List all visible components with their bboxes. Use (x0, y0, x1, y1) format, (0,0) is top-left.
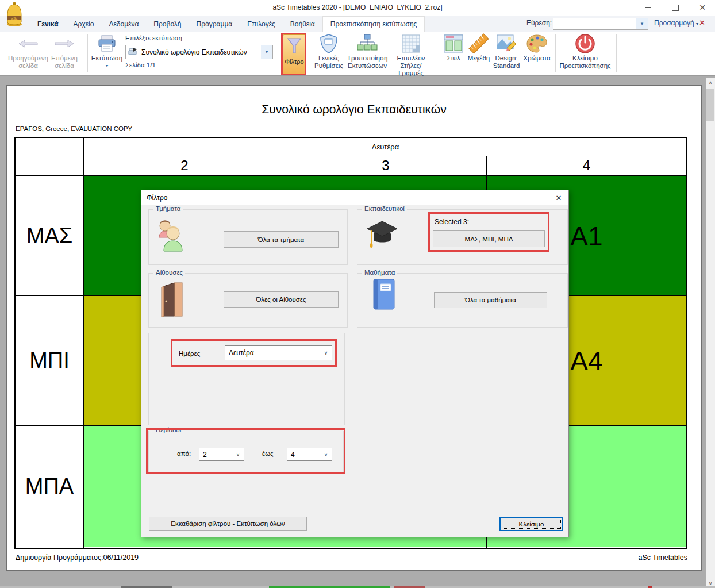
maximize-button[interactable] (666, 0, 685, 15)
print-button[interactable]: Εκτύπωση ▾ (90, 33, 124, 70)
filter-dialog: Φίλτρο ✕ Τμήματα Όλα τα τμήματα Εκπαιδευ… (141, 190, 569, 537)
day-header: Δευτέρα (84, 138, 686, 156)
chevron-down-icon: ∨ (232, 452, 244, 458)
chevron-down-icon: ∨ (320, 350, 332, 356)
days-combobox[interactable]: Δευτέρα ∨ (225, 345, 332, 360)
teacher-row-label: ΜΠΑ (16, 426, 83, 547)
funnel-icon (283, 37, 305, 57)
period-header: 3 (285, 156, 486, 175)
combo-dropdown-icon[interactable]: ▾ (261, 45, 272, 59)
document-title: Συνολικό ωρολόγιο Εκπαιδευτικών (7, 102, 701, 116)
power-icon (556, 33, 614, 55)
selected-teachers-button[interactable]: ΜΑΣ, ΜΠΙ, ΜΠΑ (433, 230, 545, 247)
teacher-row-label: ΜΠΙ (16, 296, 83, 425)
search-dropdown-icon[interactable]: ▾ (636, 18, 648, 29)
menu-genika[interactable]: Γενικά (30, 17, 66, 32)
menu-epiloges[interactable]: Επιλογές (240, 17, 283, 32)
search-input[interactable]: ▾ (553, 18, 648, 30)
dialog-title-bar: Φίλτρο ✕ (141, 190, 568, 205)
select-print-label: Επιλέξτε εκτύπωση (125, 34, 182, 41)
all-subjects-button[interactable]: Όλα τα μαθήματα (434, 292, 547, 308)
period-to-combobox[interactable]: 4 ∨ (287, 448, 332, 461)
title-bar: aSc Timetables 2020 - [DEMO_ENIAIO_LYKEI… (0, 0, 715, 16)
dialog-close-button[interactable]: ✕ (551, 191, 567, 204)
scroll-up-icon[interactable]: ∧ (706, 78, 715, 87)
footer-creation-date: Δημιουργία Προγράμματος:06/11/2019 (16, 554, 139, 562)
taskbar-edge (0, 586, 715, 588)
menu-voitheia[interactable]: Βοήθεια (283, 17, 322, 32)
period-from-combobox[interactable]: 2 ∨ (199, 448, 244, 461)
close-button[interactable]: ✕ (693, 0, 712, 15)
style-button[interactable]: Στυλ (441, 33, 466, 62)
evaluation-watermark: EPAFOS, Greece, EVALUATION COPY (16, 125, 132, 132)
all-rooms-button[interactable]: Όλες οι Αίθουσες (224, 291, 339, 308)
period-header: 4 (487, 156, 686, 175)
arrow-right-icon (46, 33, 83, 55)
menu-arxeio[interactable]: Αρχείο (66, 17, 102, 32)
minimize-button[interactable] (638, 0, 658, 15)
subjects-group-label: Μαθήματα (362, 269, 397, 276)
shield-icon (310, 33, 347, 55)
ribbon-separator (616, 34, 617, 72)
ribbon-separator (437, 34, 437, 72)
grid-icon (389, 33, 433, 55)
rooms-group-label: Αίθουσες (153, 269, 185, 276)
tab-print-preview[interactable]: Προεπισκόπηση εκτύπωσης (322, 16, 425, 32)
menu-row: ΓενικάΑρχείοΔεδομέναΠροβολήΠρόγραμμαΕπιλ… (0, 16, 715, 32)
svg-text:aSc: aSc (11, 17, 17, 20)
filter-button[interactable]: Φίλτρο (283, 34, 306, 75)
scrollbar-thumb[interactable] (706, 89, 714, 121)
printer-icon (90, 33, 124, 55)
customize-menu[interactable]: Προσαρμογή ▾ (654, 19, 698, 27)
menu-provoli[interactable]: Προβολή (146, 17, 189, 32)
extra-columns-rows-button[interactable]: Επιπλέον Στήλες/Γραμμές (389, 33, 433, 77)
print-type-icon (126, 47, 138, 57)
ribbon-separator (555, 34, 556, 72)
all-classes-button[interactable]: Όλα τα τμήματα (224, 231, 339, 248)
period-header: 2 (84, 156, 285, 175)
org-chart-icon (347, 33, 387, 55)
minimize-icon (645, 7, 651, 8)
classes-groupbox: Τμήματα Όλα τα τμήματα (148, 209, 348, 265)
design-button[interactable]: Design: Standard (492, 33, 521, 70)
footer-app-name: aSc Timetables (639, 554, 687, 562)
modify-prints-button[interactable]: Τροποποίηση Εκτυπώσεων (347, 33, 387, 70)
general-settings-button[interactable]: Γενικές Ρυθμίσεις (310, 33, 347, 70)
palette-icon (521, 33, 553, 55)
colors-button[interactable]: Χρώματα (521, 33, 553, 62)
two-people-icon (153, 218, 187, 255)
customize-close-icon[interactable]: ✕ (699, 18, 705, 27)
periods-group-label: Περίοδοι (153, 426, 183, 433)
teacher-row-label: ΜΑΣ (16, 176, 83, 295)
period-to-label: έως (262, 450, 274, 457)
book-icon (370, 277, 397, 313)
clear-filter-button[interactable]: Εκκαθάριση φίλτρου - Εκτύπωση όλων (149, 517, 307, 531)
chevron-down-icon: ∨ (320, 452, 332, 458)
dialog-close-action-button[interactable]: Κλείσιμο (499, 517, 563, 531)
door-icon (159, 280, 186, 320)
teachers-group-label: Εκπαιδευτικοί (362, 205, 407, 212)
sizes-button[interactable]: Μεγέθη (466, 33, 492, 62)
chevron-down-icon: ▾ (90, 62, 124, 70)
close-preview-button[interactable]: Κλείσιμο Προεπισκόπησης (556, 33, 614, 70)
next-page-button[interactable]: Επόμενη σελίδα (46, 33, 83, 70)
period-from-label: από: (177, 450, 191, 457)
classes-group-label: Τμήματα (153, 205, 183, 212)
dialog-title: Φίλτρο (147, 194, 167, 202)
ruler-icon (466, 33, 492, 55)
close-icon: ✕ (556, 194, 562, 202)
menu-programma[interactable]: Πρόγραμμα (189, 17, 240, 32)
menu-dedomena[interactable]: Δεδομένα (101, 17, 146, 32)
teachers-selected-label: Selected 3: (435, 218, 469, 226)
page-indicator: Σελίδα 1/1 (125, 62, 156, 68)
window-title: aSc Timetables 2020 - [DEMO_ENIAIO_LYKEI… (0, 3, 715, 11)
app-bell-icon[interactable]: aSc (3, 1, 25, 29)
days-label: Ημέρες (179, 350, 200, 357)
subjects-groupbox: Μαθήματα Όλα τα μαθήματα (357, 273, 568, 328)
print-selection-combobox[interactable]: Συνολικό ωρολόγιο Εκπαιδευτικών ▾ (125, 45, 273, 59)
vertical-scrollbar[interactable]: ∧ ∨ (706, 78, 715, 588)
ribbon-toolbar: Προηγούμενη σελίδα Επόμενη σελίδα Εκτύπω… (0, 32, 715, 76)
window-panels-icon (441, 33, 466, 55)
picture-pencil-icon (492, 33, 521, 55)
search-label: Εύρεση: (526, 19, 552, 27)
